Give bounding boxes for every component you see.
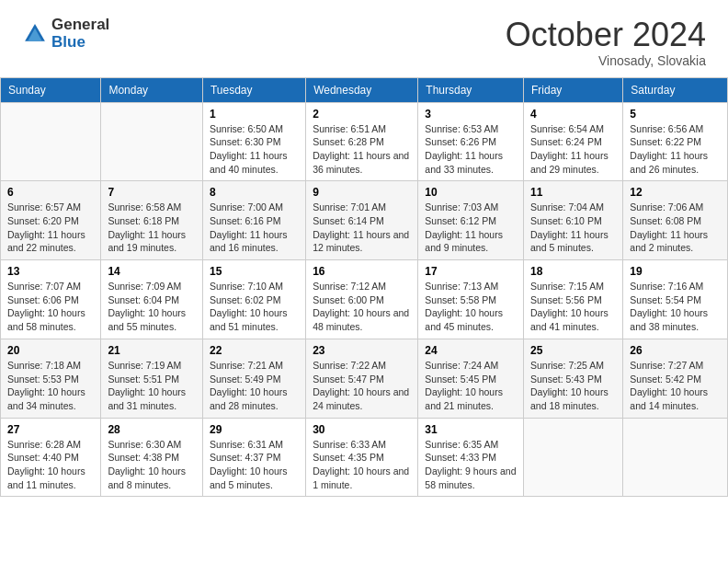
day-number: 27 <box>7 423 94 436</box>
col-header-wednesday: Wednesday <box>306 77 418 102</box>
cell-details: Sunrise: 7:12 AM Sunset: 6:00 PM Dayligh… <box>313 280 411 334</box>
day-number: 9 <box>313 186 411 199</box>
day-number: 30 <box>313 423 411 436</box>
cell-details: Sunrise: 6:54 AM Sunset: 6:24 PM Dayligh… <box>530 122 616 177</box>
cell-details: Sunrise: 7:01 AM Sunset: 6:14 PM Dayligh… <box>313 201 411 255</box>
cell-details: Sunrise: 6:53 AM Sunset: 6:26 PM Dayligh… <box>425 122 517 177</box>
day-number: 4 <box>530 108 616 121</box>
cell-details: Sunrise: 7:04 AM Sunset: 6:10 PM Dayligh… <box>530 201 616 255</box>
calendar-cell <box>623 418 728 497</box>
cell-details: Sunrise: 7:03 AM Sunset: 6:12 PM Dayligh… <box>425 201 517 255</box>
day-number: 17 <box>425 265 517 278</box>
day-number: 5 <box>630 108 721 121</box>
calendar-cell: 23Sunrise: 7:22 AM Sunset: 5:47 PM Dayli… <box>306 339 418 418</box>
calendar-cell: 27Sunrise: 6:28 AM Sunset: 4:40 PM Dayli… <box>1 418 101 497</box>
day-number: 24 <box>425 344 517 357</box>
day-number: 22 <box>210 344 299 357</box>
day-number: 29 <box>210 423 299 436</box>
calendar-cell: 30Sunrise: 6:33 AM Sunset: 4:35 PM Dayli… <box>306 418 418 497</box>
cell-details: Sunrise: 6:51 AM Sunset: 6:28 PM Dayligh… <box>313 122 411 177</box>
calendar-cell: 12Sunrise: 7:06 AM Sunset: 6:08 PM Dayli… <box>623 181 728 260</box>
week-row-1: 1Sunrise: 6:50 AM Sunset: 6:30 PM Daylig… <box>1 102 728 181</box>
calendar-cell: 3Sunrise: 6:53 AM Sunset: 6:26 PM Daylig… <box>418 102 524 181</box>
day-number: 12 <box>630 186 721 199</box>
cell-details: Sunrise: 6:33 AM Sunset: 4:35 PM Dayligh… <box>313 438 411 492</box>
cell-details: Sunrise: 7:00 AM Sunset: 6:16 PM Dayligh… <box>210 201 299 255</box>
calendar-cell: 21Sunrise: 7:19 AM Sunset: 5:51 PM Dayli… <box>101 339 203 418</box>
calendar-table: SundayMondayTuesdayWednesdayThursdayFrid… <box>0 77 728 498</box>
week-row-3: 13Sunrise: 7:07 AM Sunset: 6:06 PM Dayli… <box>1 260 728 339</box>
calendar-cell: 10Sunrise: 7:03 AM Sunset: 6:12 PM Dayli… <box>418 181 524 260</box>
calendar-cell: 15Sunrise: 7:10 AM Sunset: 6:02 PM Dayli… <box>202 260 305 339</box>
col-header-tuesday: Tuesday <box>202 77 305 102</box>
day-number: 3 <box>425 108 517 121</box>
calendar-wrap: SundayMondayTuesdayWednesdayThursdayFrid… <box>0 77 728 507</box>
calendar-cell: 4Sunrise: 6:54 AM Sunset: 6:24 PM Daylig… <box>524 102 623 181</box>
cell-details: Sunrise: 7:19 AM Sunset: 5:51 PM Dayligh… <box>108 359 196 413</box>
calendar-cell: 1Sunrise: 6:50 AM Sunset: 6:30 PM Daylig… <box>202 102 305 181</box>
day-number: 26 <box>630 344 721 357</box>
calendar-cell: 28Sunrise: 6:30 AM Sunset: 4:38 PM Dayli… <box>101 418 203 497</box>
cell-details: Sunrise: 7:09 AM Sunset: 6:04 PM Dayligh… <box>108 280 196 334</box>
day-number: 18 <box>530 265 616 278</box>
day-number: 21 <box>108 344 196 357</box>
cell-details: Sunrise: 7:22 AM Sunset: 5:47 PM Dayligh… <box>313 359 411 413</box>
day-number: 13 <box>7 265 94 278</box>
day-number: 28 <box>108 423 196 436</box>
cell-details: Sunrise: 6:30 AM Sunset: 4:38 PM Dayligh… <box>108 438 196 492</box>
calendar-cell <box>524 418 623 497</box>
calendar-cell: 19Sunrise: 7:16 AM Sunset: 5:54 PM Dayli… <box>623 260 728 339</box>
day-number: 10 <box>425 186 517 199</box>
cell-details: Sunrise: 7:18 AM Sunset: 5:53 PM Dayligh… <box>7 359 94 413</box>
day-number: 14 <box>108 265 196 278</box>
day-number: 25 <box>530 344 616 357</box>
calendar-cell: 2Sunrise: 6:51 AM Sunset: 6:28 PM Daylig… <box>306 102 418 181</box>
calendar-cell: 17Sunrise: 7:13 AM Sunset: 5:58 PM Dayli… <box>418 260 524 339</box>
cell-details: Sunrise: 6:58 AM Sunset: 6:18 PM Dayligh… <box>108 201 196 255</box>
logo: General Blue <box>22 17 109 51</box>
calendar-cell: 25Sunrise: 7:25 AM Sunset: 5:43 PM Dayli… <box>524 339 623 418</box>
day-number: 20 <box>7 344 94 357</box>
cell-details: Sunrise: 6:28 AM Sunset: 4:40 PM Dayligh… <box>7 438 94 492</box>
cell-details: Sunrise: 6:31 AM Sunset: 4:37 PM Dayligh… <box>210 438 299 492</box>
calendar-cell: 31Sunrise: 6:35 AM Sunset: 4:33 PM Dayli… <box>418 418 524 497</box>
day-number: 31 <box>425 423 517 436</box>
page-header: General Blue October 2024 Vinosady, Slov… <box>0 0 728 77</box>
month-title: October 2024 <box>506 17 706 53</box>
calendar-cell: 29Sunrise: 6:31 AM Sunset: 4:37 PM Dayli… <box>202 418 305 497</box>
col-header-saturday: Saturday <box>623 77 728 102</box>
cell-details: Sunrise: 7:16 AM Sunset: 5:54 PM Dayligh… <box>630 280 721 334</box>
logo-icon <box>22 21 48 47</box>
calendar-cell: 24Sunrise: 7:24 AM Sunset: 5:45 PM Dayli… <box>418 339 524 418</box>
cell-details: Sunrise: 7:25 AM Sunset: 5:43 PM Dayligh… <box>530 359 616 413</box>
cell-details: Sunrise: 6:35 AM Sunset: 4:33 PM Dayligh… <box>425 438 517 492</box>
col-header-sunday: Sunday <box>1 77 101 102</box>
cell-details: Sunrise: 6:57 AM Sunset: 6:20 PM Dayligh… <box>7 201 94 255</box>
calendar-cell: 13Sunrise: 7:07 AM Sunset: 6:06 PM Dayli… <box>1 260 101 339</box>
calendar-cell <box>1 102 101 181</box>
calendar-cell: 9Sunrise: 7:01 AM Sunset: 6:14 PM Daylig… <box>306 181 418 260</box>
cell-details: Sunrise: 7:06 AM Sunset: 6:08 PM Dayligh… <box>630 201 721 255</box>
cell-details: Sunrise: 7:21 AM Sunset: 5:49 PM Dayligh… <box>210 359 299 413</box>
logo-blue: Blue <box>51 34 109 52</box>
cell-details: Sunrise: 7:27 AM Sunset: 5:42 PM Dayligh… <box>630 359 721 413</box>
title-block: October 2024 Vinosady, Slovakia <box>506 17 706 68</box>
location-subtitle: Vinosady, Slovakia <box>506 53 706 68</box>
calendar-cell: 6Sunrise: 6:57 AM Sunset: 6:20 PM Daylig… <box>1 181 101 260</box>
day-number: 23 <box>313 344 411 357</box>
col-header-friday: Friday <box>524 77 623 102</box>
calendar-cell: 26Sunrise: 7:27 AM Sunset: 5:42 PM Dayli… <box>623 339 728 418</box>
day-number: 7 <box>108 186 196 199</box>
week-row-2: 6Sunrise: 6:57 AM Sunset: 6:20 PM Daylig… <box>1 181 728 260</box>
cell-details: Sunrise: 7:15 AM Sunset: 5:56 PM Dayligh… <box>530 280 616 334</box>
cell-details: Sunrise: 7:10 AM Sunset: 6:02 PM Dayligh… <box>210 280 299 334</box>
cell-details: Sunrise: 7:07 AM Sunset: 6:06 PM Dayligh… <box>7 280 94 334</box>
calendar-cell: 11Sunrise: 7:04 AM Sunset: 6:10 PM Dayli… <box>524 181 623 260</box>
calendar-header-row: SundayMondayTuesdayWednesdayThursdayFrid… <box>1 77 728 102</box>
day-number: 6 <box>7 186 94 199</box>
calendar-cell: 8Sunrise: 7:00 AM Sunset: 6:16 PM Daylig… <box>202 181 305 260</box>
calendar-cell: 5Sunrise: 6:56 AM Sunset: 6:22 PM Daylig… <box>623 102 728 181</box>
col-header-thursday: Thursday <box>418 77 524 102</box>
day-number: 15 <box>210 265 299 278</box>
day-number: 1 <box>210 108 299 121</box>
